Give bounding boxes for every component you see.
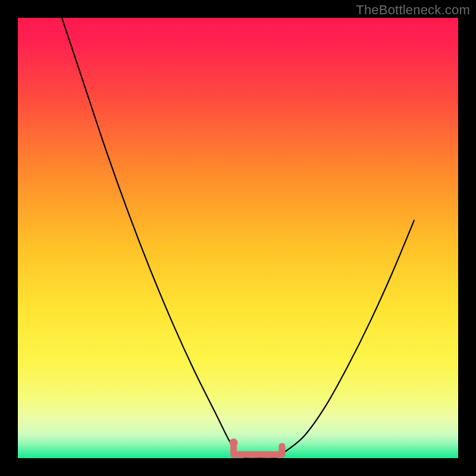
flat-region-marker [234, 446, 282, 455]
watermark-text: TheBottleneck.com [356, 2, 470, 18]
bottleneck-curve [62, 18, 414, 458]
bottleneck-curve-svg [18, 18, 458, 458]
flat-region-start-dot [230, 439, 238, 447]
chart-frame [18, 18, 458, 458]
